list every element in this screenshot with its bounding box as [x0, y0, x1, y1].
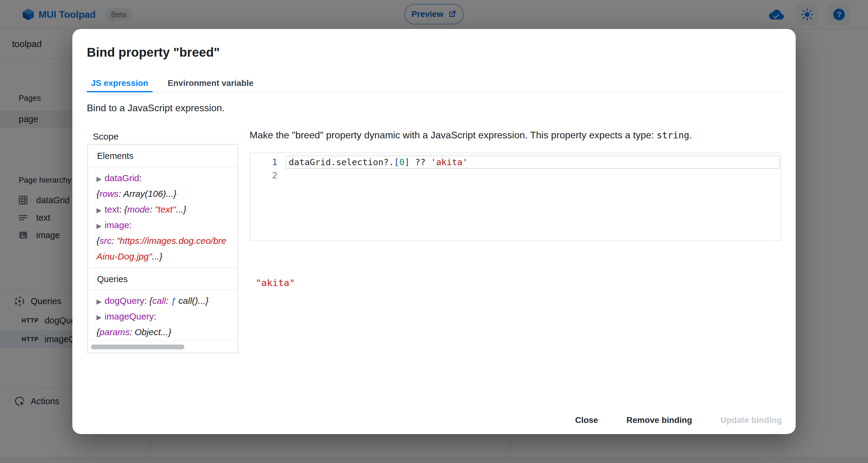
binding-hint-type: string: [657, 130, 689, 141]
scope-tree-line: {params: Object...}: [96, 325, 236, 340]
scope-queries-tree: ▶dogQuery: {call: ƒ call()...} ▶imageQue…: [88, 290, 238, 343]
remove-binding-button[interactable]: Remove binding: [621, 411, 698, 429]
line-number: 2: [250, 169, 277, 182]
dialog-tabs: JS expression Environment variable: [87, 73, 781, 93]
scope-elements-header: Elements: [88, 145, 238, 167]
scope-tree-line[interactable]: ▶image:: [96, 217, 236, 233]
scope-scrollbar-track: [88, 341, 238, 353]
binding-hint-period: .: [689, 130, 692, 141]
tab-environment-variable[interactable]: Environment variable: [163, 73, 258, 92]
result-preview: "akita": [255, 277, 295, 288]
scope-label: Scope: [93, 131, 119, 142]
scope-elements-tree: ▶dataGrid: {rows: Array(106)...} ▶text: …: [88, 167, 238, 267]
scope-horizontal-scrollbar[interactable]: [91, 344, 184, 349]
tab-js-expression[interactable]: JS expression: [87, 73, 153, 92]
close-button[interactable]: Close: [569, 411, 603, 429]
binding-hint: Make the "breed" property dynamic with a…: [250, 130, 780, 141]
dialog-description: Bind to a JavaScript expression.: [87, 102, 224, 114]
scope-tree-line: Ainu-Dog.jpg"...}: [96, 249, 236, 265]
update-binding-button[interactable]: Update binding: [715, 411, 787, 429]
scope-panel: Elements ▶dataGrid: {rows: Array(106)...…: [87, 144, 238, 353]
dialog-title: Bind property "breed": [87, 45, 220, 60]
scope-tree-line[interactable]: ▶text: {mode: "text"...}: [96, 202, 236, 217]
code-editor[interactable]: 1 2 dataGrid.selection?.[0] ?? 'akita': [250, 153, 781, 241]
dialog-footer: Close Remove binding Update binding: [569, 411, 787, 429]
scope-tree-line[interactable]: ▶dogQuery: {call: ƒ call()...}: [96, 293, 236, 309]
scope-queries-header: Queries: [88, 267, 238, 290]
binding-hint-text: Make the "breed" property dynamic with a…: [250, 130, 657, 141]
code-line[interactable]: dataGrid.selection?.[0] ?? 'akita': [289, 156, 468, 169]
bind-property-dialog: Bind property "breed" JS expression Envi…: [72, 29, 796, 434]
scope-tree-line[interactable]: ▶imageQuery:: [96, 309, 236, 325]
line-number: 1: [250, 156, 277, 169]
scope-tree-line: {src: "https://images.dog.ceo/bre: [96, 233, 236, 249]
scope-tree-line: {rows: Array(106)...}: [96, 186, 236, 202]
scope-tree-line[interactable]: ▶dataGrid:: [96, 170, 236, 186]
